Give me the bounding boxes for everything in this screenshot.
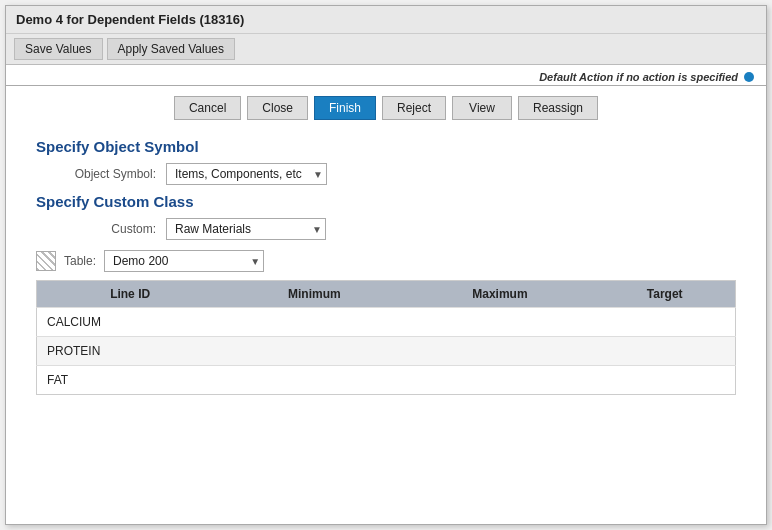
table-checkbox-icon[interactable] [36,251,56,271]
cell-line-id: PROTEIN [37,337,224,366]
object-symbol-select[interactable]: Items, Components, etc [166,163,327,185]
object-symbol-select-wrapper: Items, Components, etc ▼ [166,163,327,185]
cell-maximum [405,366,594,395]
cell-line-id: CALCIUM [37,308,224,337]
custom-class-section-title: Specify Custom Class [36,193,736,210]
reassign-button[interactable]: Reassign [518,96,598,120]
table-row: CALCIUM [37,308,736,337]
custom-class-select[interactable]: Raw Materials [166,218,326,240]
custom-class-select-wrapper: Raw Materials ▼ [166,218,326,240]
cell-target [594,337,735,366]
title-bar: Demo 4 for Dependent Fields (18316) [6,6,766,34]
save-values-button[interactable]: Save Values [14,38,103,60]
col-target: Target [594,281,735,308]
table-section: Table: Demo 200 ▼ Line ID Minimum Maximu… [36,250,736,395]
window-title: Demo 4 for Dependent Fields (18316) [16,12,244,27]
action-buttons-bar: Cancel Close Finish Reject View Reassign [6,86,766,128]
cancel-button[interactable]: Cancel [174,96,241,120]
object-symbol-label: Object Symbol: [56,167,156,181]
finish-button[interactable]: Finish [314,96,376,120]
cell-maximum [405,337,594,366]
col-maximum: Maximum [405,281,594,308]
default-action-label: Default Action if no action is specified [539,71,738,83]
col-line-id: Line ID [37,281,224,308]
table-select-wrapper: Demo 200 ▼ [104,250,264,272]
default-action-bar: Default Action if no action is specified [6,65,766,86]
cell-minimum [223,366,405,395]
reject-button[interactable]: Reject [382,96,446,120]
table-row: PROTEIN [37,337,736,366]
cell-target [594,366,735,395]
table-row-with-checkbox: Table: Demo 200 ▼ [36,250,736,272]
close-button[interactable]: Close [247,96,308,120]
blue-dot-indicator [744,72,754,82]
cell-maximum [405,308,594,337]
table-row: FAT [37,366,736,395]
custom-class-label: Custom: [56,222,156,236]
toolbar: Save Values Apply Saved Values [6,34,766,65]
content-area: Default Action if no action is specified… [6,65,766,524]
custom-class-field-row: Custom: Raw Materials ▼ [56,218,736,240]
cell-line-id: FAT [37,366,224,395]
main-content: Specify Object Symbol Object Symbol: Ite… [6,128,766,524]
cell-minimum [223,308,405,337]
main-window: Demo 4 for Dependent Fields (18316) Save… [5,5,767,525]
cell-minimum [223,337,405,366]
col-minimum: Minimum [223,281,405,308]
view-button[interactable]: View [452,96,512,120]
object-symbol-section-title: Specify Object Symbol [36,138,736,155]
object-symbol-field-row: Object Symbol: Items, Components, etc ▼ [56,163,736,185]
table-field-label: Table: [64,254,96,268]
data-table: Line ID Minimum Maximum Target CALCIUM [36,280,736,395]
table-select[interactable]: Demo 200 [104,250,264,272]
apply-saved-values-button[interactable]: Apply Saved Values [107,38,236,60]
table-header-row: Line ID Minimum Maximum Target [37,281,736,308]
cell-target [594,308,735,337]
